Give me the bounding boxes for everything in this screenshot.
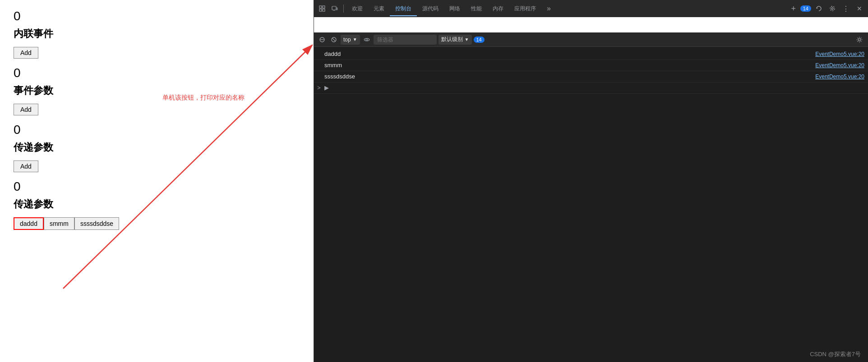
name-button-group: daddd smmm ssssdsddse (14, 217, 284, 230)
section-inline-event: 0 内联事件 Add (14, 9, 284, 66)
devtools-settings-icon[interactable] (826, 3, 838, 14)
clear-console-icon[interactable] (317, 35, 327, 45)
svg-line-15 (332, 38, 336, 41)
devtools-console-panel: daddd EventDemo5.vue:20 smmm EventDemo5.… (314, 47, 868, 362)
block-icon[interactable] (329, 35, 339, 45)
section-event-param: 0 事件参数 Add (14, 66, 284, 123)
svg-rect-2 (319, 6, 322, 8)
tab-application[interactable]: 应用程序 (509, 2, 541, 16)
log-level-chevron-icon: ▼ (465, 37, 469, 42)
context-selector[interactable]: top ▼ (341, 35, 360, 45)
devtools-tab-list: 欢迎 元素 控制台 源代码 网络 性能 内存 应用程序 » (346, 2, 785, 16)
console-value-3: ssssdsddse (324, 72, 812, 81)
svg-point-10 (831, 8, 833, 9)
tab-more[interactable]: » (541, 2, 556, 16)
svg-rect-4 (319, 9, 322, 11)
devtools-secondary-bar: top ▼ 默认级别 ▼ 14 (314, 32, 868, 47)
log-level-label: 默认级别 (441, 36, 463, 43)
console-source-3[interactable]: EventDemo5.vue:20 (815, 72, 864, 81)
responsive-icon[interactable] (329, 3, 341, 14)
section-pass-param-2: 0 传递参数 daddd smmm ssssdsddse (14, 179, 284, 230)
console-entry-1: daddd EventDemo5.vue:20 (314, 49, 868, 60)
console-source-2[interactable]: EventDemo5.vue:20 (815, 61, 864, 70)
context-top-label: top (343, 37, 351, 43)
console-value-1: daddd (324, 50, 812, 59)
svg-rect-5 (323, 9, 325, 11)
section4-title: 传递参数 (14, 197, 284, 211)
sync-icon[interactable] (813, 3, 825, 14)
eye-icon[interactable] (362, 35, 372, 45)
tab-memory[interactable]: 内存 (487, 2, 509, 16)
svg-point-17 (859, 38, 861, 41)
footer-brand: CSDN @探索者7号 (810, 350, 861, 358)
name-button-ssssdsddse[interactable]: ssssdsddse (74, 217, 119, 230)
section2-add-button[interactable]: Add (14, 104, 38, 115)
error-badge: 14 (800, 5, 811, 12)
section-pass-param: 0 传递参数 Add (14, 123, 284, 179)
console-caret-space (331, 83, 864, 92)
tab-welcome[interactable]: 欢迎 (346, 2, 368, 16)
section3-title: 传递参数 (14, 141, 284, 154)
section1-title: 内联事件 (14, 27, 284, 41)
console-source-1[interactable]: EventDemo5.vue:20 (815, 50, 864, 59)
section1-number: 0 (14, 9, 284, 23)
devtools-more-icon[interactable]: ⋮ (840, 3, 852, 14)
tab-network[interactable]: 网络 (444, 2, 466, 16)
console-entry-2: smmm EventDemo5.vue:20 (314, 60, 868, 71)
section3-add-button[interactable]: Add (14, 160, 38, 172)
toolbar-separator-1 (343, 5, 344, 13)
console-entry-caret: ▶ (314, 82, 868, 94)
devtools-close-icon[interactable]: ✕ (854, 3, 865, 14)
section3-number: 0 (14, 123, 284, 137)
tab-performance[interactable]: 性能 (466, 2, 487, 16)
console-value-2: smmm (324, 61, 812, 70)
tab-console[interactable]: 控制台 (390, 2, 417, 16)
svg-point-11 (830, 6, 835, 11)
console-entry-3: ssssdsddse EventDemo5.vue:20 (314, 71, 868, 82)
log-level-selector[interactable]: 默认级别 ▼ (439, 35, 472, 45)
inspect-cursor-icon[interactable] (316, 3, 328, 14)
app-area: 0 内联事件 Add 0 事件参数 Add 0 传递参数 Add 0 传递参数 … (0, 0, 298, 362)
filter-input[interactable] (374, 35, 437, 45)
svg-rect-7 (337, 8, 337, 10)
name-button-smmm[interactable]: smmm (44, 217, 74, 230)
section4-number: 0 (14, 179, 284, 194)
console-caret-icon[interactable]: ▶ (324, 83, 329, 92)
tab-sources[interactable]: 源代码 (417, 2, 444, 16)
svg-rect-6 (332, 6, 336, 10)
section1-add-button[interactable]: Add (14, 47, 38, 59)
context-chevron-icon: ▼ (353, 37, 357, 42)
tab-elements[interactable]: 元素 (368, 2, 390, 16)
svg-point-16 (366, 39, 368, 41)
add-tab-button[interactable]: + (788, 3, 799, 14)
section2-title: 事件参数 (14, 84, 284, 97)
console-settings-icon[interactable] (854, 35, 864, 45)
console-badge: 14 (474, 37, 485, 43)
section2-number: 0 (14, 66, 284, 80)
app-devtools-divider (314, 0, 314, 362)
name-button-daddd[interactable]: daddd (14, 217, 44, 230)
devtools-top-bar: 欢迎 元素 控制台 源代码 网络 性能 内存 应用程序 » + 14 ⋮ (314, 0, 868, 17)
svg-rect-3 (323, 6, 325, 8)
